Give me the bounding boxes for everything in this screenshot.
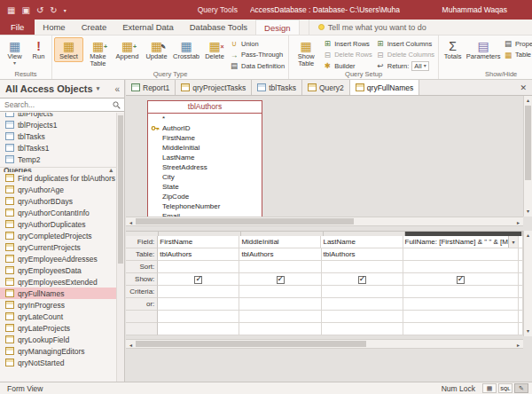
table-cell[interactable]: tblAuthors bbox=[158, 248, 239, 261]
grid-vertical-scrollbar[interactable]: ▴ ▾ bbox=[523, 231, 532, 336]
doc-tab-qryfullnames[interactable]: qryFullNames bbox=[350, 80, 419, 95]
design-view-button[interactable]: ✎ bbox=[514, 383, 528, 393]
nav-item-query[interactable]: qryAuthorDuplicates bbox=[0, 218, 117, 230]
nav-item-query[interactable]: Find duplicates for tblAuthors bbox=[0, 172, 117, 184]
nav-item-query-selected[interactable]: qryFullNames bbox=[0, 288, 117, 299]
nav-item-query[interactable]: qryEmployeesData bbox=[0, 264, 117, 276]
scrollbar-thumb[interactable] bbox=[525, 106, 531, 180]
sort-cell[interactable] bbox=[158, 261, 239, 273]
blank-cell[interactable] bbox=[403, 323, 519, 335]
tab-file[interactable]: File bbox=[0, 20, 35, 35]
user-name[interactable]: Muhammad Waqas bbox=[442, 5, 532, 14]
property-sheet-button[interactable]: ▤ Property Sheet bbox=[502, 38, 532, 50]
field-lastname[interactable]: LastName bbox=[148, 153, 262, 162]
field-telephonenumber[interactable]: TelephoneNumber bbox=[148, 201, 262, 211]
tab-home[interactable]: Home bbox=[35, 20, 73, 35]
nav-item-table[interactable]: tblProjects1 bbox=[0, 119, 117, 130]
delete-query-button[interactable]: ▦× Delete bbox=[201, 37, 228, 62]
field-state[interactable]: State bbox=[148, 182, 262, 192]
delete-columns-button[interactable]: ⊟ Delete Columns bbox=[374, 50, 436, 61]
show-checkbox-checked[interactable] bbox=[457, 276, 465, 284]
nav-item-query[interactable]: qryEmployeeAddresses bbox=[0, 253, 117, 264]
datasheet-view-button[interactable]: ▦ bbox=[482, 383, 497, 393]
blank-cell[interactable] bbox=[158, 311, 239, 323]
nav-item-query[interactable]: qryAuthorContantInfo bbox=[0, 207, 117, 218]
blank-cell[interactable] bbox=[239, 311, 321, 323]
scroll-left-arrow[interactable]: ◂ bbox=[127, 219, 135, 227]
doc-tab-query2[interactable]: Query2 bbox=[302, 80, 350, 95]
scroll-left-arrow[interactable]: ◂ bbox=[127, 342, 135, 350]
redo-icon[interactable]: ↻ bbox=[50, 5, 57, 15]
save-icon[interactable]: ▣ bbox=[21, 5, 29, 15]
nav-item-query[interactable]: qryLateCount bbox=[0, 311, 117, 322]
or-cell[interactable] bbox=[322, 298, 403, 311]
close-document-button[interactable]: ✕ bbox=[514, 83, 532, 92]
nav-item-query[interactable]: qryManagingEditors bbox=[0, 345, 117, 357]
shutter-close-icon[interactable]: « bbox=[114, 84, 120, 94]
nav-item-table[interactable]: tblTasks1 bbox=[0, 142, 117, 154]
field-city[interactable]: City bbox=[148, 172, 262, 182]
show-table-button[interactable]: ▦ Show Table bbox=[291, 37, 321, 70]
field-list-title[interactable]: tblAuthors bbox=[148, 101, 262, 114]
scroll-down-arrow[interactable]: ▾ bbox=[524, 327, 532, 335]
nav-item-query[interactable]: qryCompletedProjects bbox=[0, 230, 117, 241]
field-cell[interactable]: MiddleInitial bbox=[239, 236, 321, 248]
nav-item-table[interactable]: Temp2 bbox=[0, 154, 117, 165]
union-button[interactable]: ∪ Union bbox=[228, 38, 286, 50]
table-names-button[interactable]: ▦ Table Names bbox=[502, 50, 532, 61]
pass-through-button[interactable]: → Pass-Through bbox=[228, 50, 286, 61]
field-cell[interactable]: LastName bbox=[321, 236, 403, 248]
sql-view-button[interactable]: SQL bbox=[498, 383, 512, 393]
nav-item-query[interactable]: qryAuthorAge bbox=[0, 184, 117, 195]
criteria-cell[interactable] bbox=[158, 286, 239, 298]
nav-pane-header[interactable]: All Access Objects ▾ « bbox=[0, 80, 124, 98]
scroll-right-arrow[interactable]: ▸ bbox=[514, 342, 522, 350]
parameters-button[interactable]: ▤ Parameters bbox=[465, 37, 502, 62]
sort-cell[interactable] bbox=[239, 261, 321, 273]
field-streetaddress[interactable]: StreetAddress bbox=[148, 162, 262, 172]
field-middleinitial[interactable]: MiddleInitial bbox=[148, 143, 262, 153]
qat-customize-icon[interactable]: ▾ bbox=[64, 7, 66, 13]
blank-cell[interactable] bbox=[403, 311, 519, 323]
sort-cell[interactable] bbox=[322, 261, 403, 273]
field-cell[interactable]: FirstName bbox=[158, 236, 239, 248]
run-button[interactable]: ! Run bbox=[27, 37, 50, 62]
nav-item-query[interactable]: qryCurrentProjects bbox=[0, 241, 117, 253]
scrollbar-thumb[interactable] bbox=[136, 341, 366, 347]
crosstab-button[interactable]: ▦ Crosstab bbox=[171, 37, 201, 62]
table-cell[interactable]: tblAuthors bbox=[322, 248, 403, 261]
tab-create[interactable]: Create bbox=[74, 20, 115, 35]
table-cell[interactable] bbox=[403, 248, 519, 261]
grid-horizontal-scrollbar[interactable]: ◂ ▸ bbox=[126, 339, 523, 349]
insert-columns-button[interactable]: ⊞ Insert Columns bbox=[374, 38, 436, 50]
criteria-cell[interactable] bbox=[322, 286, 403, 298]
nav-scrollbar[interactable] bbox=[116, 113, 124, 382]
totals-button[interactable]: Σ Totals bbox=[441, 37, 465, 62]
field-authorid[interactable]: AuthorID bbox=[148, 123, 262, 133]
tab-external-data[interactable]: External Data bbox=[114, 20, 182, 35]
scrollbar-thumb[interactable] bbox=[118, 115, 123, 264]
table-cell[interactable]: tblAuthors bbox=[239, 248, 321, 261]
doc-tab-qryprojecttasks[interactable]: qryProjectTasks bbox=[176, 80, 252, 95]
field-asterisk[interactable]: * bbox=[148, 114, 262, 123]
show-checkbox-checked[interactable] bbox=[194, 276, 202, 284]
tell-me-box[interactable]: Tell me what you want to do bbox=[309, 20, 426, 35]
doc-tab-report1[interactable]: Report1 bbox=[126, 80, 176, 95]
insert-rows-button[interactable]: ⊞ Insert Rows bbox=[321, 38, 374, 50]
scroll-down-arrow[interactable]: ▾ bbox=[524, 208, 532, 216]
show-checkbox-checked[interactable] bbox=[277, 276, 285, 284]
tab-database-tools[interactable]: Database Tools bbox=[182, 20, 255, 35]
nav-item-table[interactable]: tblProjects bbox=[0, 113, 117, 119]
nav-item-query[interactable]: qryEmployeesExtended bbox=[0, 276, 117, 288]
nav-item-query[interactable]: qryAuthorBDays bbox=[0, 195, 117, 207]
show-checkbox-checked[interactable] bbox=[358, 276, 366, 284]
design-pane-vertical-scrollbar[interactable]: ▴ ▾ bbox=[523, 96, 532, 217]
update-button[interactable]: ▦✎ Update bbox=[142, 37, 171, 62]
view-button[interactable]: ▦ View ▾ bbox=[2, 37, 27, 67]
nav-item-table[interactable]: tblTasks bbox=[0, 130, 117, 142]
scrollbar-thumb[interactable] bbox=[136, 218, 354, 225]
scroll-right-arrow[interactable]: ▸ bbox=[514, 219, 522, 227]
field-cell-expression[interactable]: FullName: [FirstName] & " " & [MiddleIni… bbox=[403, 236, 519, 248]
doc-tab-tbltasks[interactable]: tblTasks bbox=[252, 80, 302, 95]
criteria-cell[interactable] bbox=[239, 286, 321, 298]
